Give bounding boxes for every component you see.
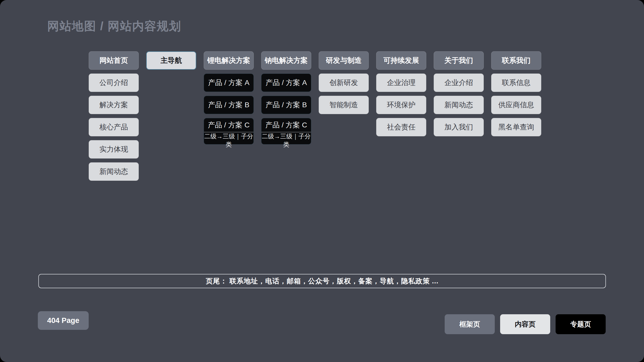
sitemap-node[interactable]: 黑名单查询	[491, 118, 541, 136]
sitemap-node-label: 产品 / 方案 C	[261, 118, 311, 132]
sitemap-node[interactable]: 核心产品	[89, 118, 139, 136]
sitemap-canvas: 网站地图 / 网站内容规划 网站首页公司介绍解决方案核心产品实力体现新闻动态主导…	[0, 0, 644, 362]
sitemap-node-group[interactable]: 产品 / 方案 C二级→三级｜子分类	[261, 118, 311, 144]
sitemap-node-sublabel: 二级→三级｜子分类	[261, 132, 311, 149]
column-header-node[interactable]: 钠电解决方案	[261, 51, 311, 70]
column-header-node[interactable]: 关于我们	[434, 51, 484, 70]
page-404-node[interactable]: 404 Page	[38, 311, 89, 330]
sitemap-column: 研发与制造创新研发智能制造	[319, 51, 369, 114]
page-404-label: 404 Page	[47, 316, 79, 325]
sitemap-node[interactable]: 产品 / 方案 B	[204, 96, 254, 114]
column-header-node[interactable]: 可持续发展	[376, 51, 426, 70]
sitemap-node[interactable]: 加入我们	[434, 118, 484, 136]
sitemap-node-label: 产品 / 方案 C	[204, 118, 254, 132]
footer-summary-label: 页尾： 联系地址，电话，邮箱，公众号，版权，备案，导航，隐私政策 ...	[206, 276, 439, 286]
page-title: 网站地图 / 网站内容规划	[47, 18, 181, 34]
sitemap-node[interactable]: 产品 / 方案 B	[261, 96, 311, 114]
sitemap-node[interactable]: 环境保护	[376, 96, 426, 114]
sitemap-node[interactable]: 联系信息	[491, 74, 541, 92]
sitemap-node[interactable]: 供应商信息	[491, 96, 541, 114]
sitemap-column: 钠电解决方案产品 / 方案 A产品 / 方案 B产品 / 方案 C二级→三级｜子…	[261, 51, 311, 144]
sitemap-node[interactable]: 企业治理	[376, 74, 426, 92]
sitemap-node[interactable]: 创新研发	[319, 74, 369, 92]
sitemap-node-sublabel: 二级→三级｜子分类	[204, 132, 254, 149]
sitemap-column: 主导航	[146, 51, 196, 70]
column-header-node[interactable]: 研发与制造	[319, 51, 369, 70]
legend-chip-light[interactable]: 内容页	[500, 314, 550, 334]
page-type-legend: 框架页内容页专题页	[445, 314, 606, 334]
sitemap-node[interactable]: 智能制造	[319, 96, 369, 114]
sitemap-column: 锂电解决方案产品 / 方案 A产品 / 方案 B产品 / 方案 C二级→三级｜子…	[204, 51, 254, 144]
legend-chip-gray[interactable]: 框架页	[445, 314, 495, 334]
sitemap-node[interactable]: 实力体现	[89, 140, 139, 159]
sitemap-grid: 网站首页公司介绍解决方案核心产品实力体现新闻动态主导航锂电解决方案产品 / 方案…	[89, 51, 541, 181]
sitemap-column: 关于我们企业介绍新闻动态加入我们	[434, 51, 484, 136]
legend-chip-dark[interactable]: 专题页	[556, 314, 606, 334]
column-header-node[interactable]: 联系我们	[491, 51, 541, 70]
sitemap-node[interactable]: 产品 / 方案 A	[204, 74, 254, 92]
sitemap-node[interactable]: 解决方案	[89, 96, 139, 114]
sitemap-node[interactable]: 企业介绍	[434, 74, 484, 92]
sitemap-column: 可持续发展企业治理环境保护社会责任	[376, 51, 426, 136]
column-header-node[interactable]: 主导航	[146, 51, 196, 70]
sitemap-node[interactable]: 社会责任	[376, 118, 426, 136]
column-header-node[interactable]: 网站首页	[89, 51, 139, 70]
sitemap-node-group[interactable]: 产品 / 方案 C二级→三级｜子分类	[204, 118, 254, 144]
sitemap-node[interactable]: 产品 / 方案 A	[261, 74, 311, 92]
sitemap-node[interactable]: 新闻动态	[434, 96, 484, 114]
column-header-node[interactable]: 锂电解决方案	[204, 51, 254, 70]
footer-summary-node[interactable]: 页尾： 联系地址，电话，邮箱，公众号，版权，备案，导航，隐私政策 ...	[38, 274, 606, 288]
sitemap-column: 网站首页公司介绍解决方案核心产品实力体现新闻动态	[89, 51, 139, 181]
sitemap-node[interactable]: 公司介绍	[89, 74, 139, 92]
sitemap-node[interactable]: 新闻动态	[89, 162, 139, 181]
sitemap-column: 联系我们联系信息供应商信息黑名单查询	[491, 51, 541, 136]
